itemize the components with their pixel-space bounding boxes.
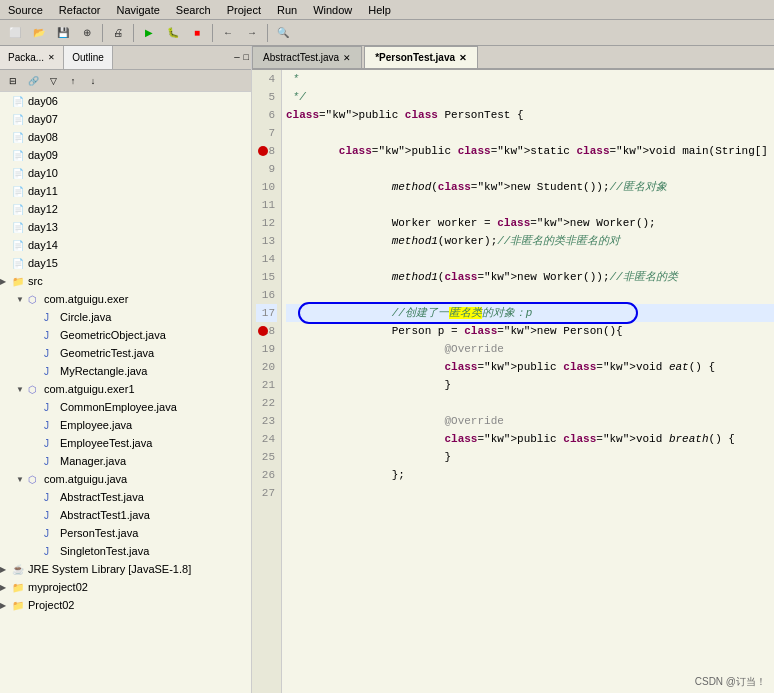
tree-item[interactable]: 📄day12 [0, 200, 251, 218]
panel-link-btn[interactable]: 🔗 [24, 72, 42, 90]
code-line[interactable]: class="kw">public class PersonTest { [286, 106, 774, 124]
tree-item[interactable]: ▶📁Project02 [0, 596, 251, 614]
code-line[interactable]: method1(worker);//非匿名的类非匿名的对 [286, 232, 774, 250]
tree-item[interactable]: ▶📁src [0, 272, 251, 290]
toolbar-forward-btn[interactable]: → [241, 22, 263, 44]
tab-abstract-test[interactable]: AbstractTest.java ✕ [252, 46, 362, 68]
tree-item[interactable]: JAbstractTest.java [0, 488, 251, 506]
toolbar-open-btn[interactable]: 📂 [28, 22, 50, 44]
code-line[interactable]: //创建了一匿名类的对象：p [286, 304, 774, 322]
tree-item[interactable]: 📄day13 [0, 218, 251, 236]
menu-item-project[interactable]: Project [223, 4, 265, 16]
panel-menu-btn[interactable]: ↑ [64, 72, 82, 90]
menu-item-window[interactable]: Window [309, 4, 356, 16]
toolbar-debug-btn[interactable]: 🐛 [162, 22, 184, 44]
menu-item-help[interactable]: Help [364, 4, 395, 16]
tree-node-label: myproject02 [28, 581, 88, 593]
tree-item[interactable]: JGeometricObject.java [0, 326, 251, 344]
tree-item[interactable]: ▼⬡com.atguigu.exer1 [0, 380, 251, 398]
tree-item[interactable]: 📄day10 [0, 164, 251, 182]
code-line[interactable]: @Override [286, 340, 774, 358]
code-line[interactable]: } [286, 448, 774, 466]
tree-item[interactable]: ▼⬡com.atguigu.java [0, 470, 251, 488]
code-line[interactable] [286, 160, 774, 178]
code-content[interactable]: * */class="kw">public class PersonTest {… [282, 70, 774, 693]
tree-item[interactable]: JSingletonTest.java [0, 542, 251, 560]
tree-node-icon: 📄 [12, 95, 28, 107]
toolbar-save-all-btn[interactable]: ⊕ [76, 22, 98, 44]
toolbar-search-btn[interactable]: 🔍 [272, 22, 294, 44]
tree-item[interactable]: JEmployee.java [0, 416, 251, 434]
code-line[interactable] [286, 124, 774, 142]
code-line[interactable]: class="kw">public class="kw">void eat() … [286, 358, 774, 376]
code-line[interactable]: @Override [286, 412, 774, 430]
toolbar-save-btn[interactable]: 💾 [52, 22, 74, 44]
tree-item[interactable]: JManager.java [0, 452, 251, 470]
code-line[interactable] [286, 484, 774, 502]
menu-item-run[interactable]: Run [273, 4, 301, 16]
tree-item[interactable]: 📄day11 [0, 182, 251, 200]
panel-collapse-all-btn[interactable]: ⊟ [4, 72, 22, 90]
line-number: 18 [256, 322, 277, 340]
tree-arrow: ▶ [0, 277, 12, 286]
tree-item[interactable]: 📄day14 [0, 236, 251, 254]
tree-item[interactable]: 📄day07 [0, 110, 251, 128]
code-line[interactable]: * [286, 70, 774, 88]
tree-item[interactable]: 📄day08 [0, 128, 251, 146]
tree-item[interactable]: JPersonTest.java [0, 524, 251, 542]
toolbar-run-btn[interactable]: ▶ [138, 22, 160, 44]
tab-person-close[interactable]: ✕ [459, 53, 467, 63]
tree-item[interactable]: 📄day15 [0, 254, 251, 272]
line-number: 11 [256, 196, 277, 214]
line-number: 27 [256, 484, 277, 502]
tree-item[interactable]: ▶☕JRE System Library [JavaSE-1.8] [0, 560, 251, 578]
tree-item[interactable]: JMyRectangle.java [0, 362, 251, 380]
menu-item-refactor[interactable]: Refactor [55, 4, 105, 16]
line-number: 5 [256, 88, 277, 106]
code-line[interactable]: */ [286, 88, 774, 106]
toolbar-stop-btn[interactable]: ■ [186, 22, 208, 44]
toolbar-sep-2 [133, 24, 134, 42]
code-line[interactable] [286, 250, 774, 268]
code-line[interactable]: method1(class="kw">new Worker());//非匿名的类 [286, 268, 774, 286]
panel-filter-btn[interactable]: ▽ [44, 72, 62, 90]
code-line[interactable]: Person p = class="kw">new Person(){ [286, 322, 774, 340]
code-line[interactable] [286, 286, 774, 304]
code-line[interactable]: Worker worker = class="kw">new Worker(); [286, 214, 774, 232]
tree-node-icon: J [44, 545, 60, 557]
code-line[interactable]: } [286, 376, 774, 394]
panel-down-btn[interactable]: ↓ [84, 72, 102, 90]
tree-item[interactable]: 📄day09 [0, 146, 251, 164]
code-line[interactable]: }; [286, 466, 774, 484]
tree-item[interactable]: JCircle.java [0, 308, 251, 326]
tree-item[interactable]: 📄day06 [0, 92, 251, 110]
toolbar-back-btn[interactable]: ← [217, 22, 239, 44]
menu-item-source[interactable]: Source [4, 4, 47, 16]
tree-node-icon: J [44, 419, 60, 431]
code-line[interactable] [286, 394, 774, 412]
panel-maximize-btn[interactable]: □ [242, 51, 251, 65]
code-line[interactable]: class="kw">public class="kw">void breath… [286, 430, 774, 448]
panel-minimize-btn[interactable]: — [232, 51, 241, 65]
tab-package-explorer[interactable]: Packa... ✕ [0, 46, 64, 69]
toolbar-sep-1 [102, 24, 103, 42]
toolbar-print-btn[interactable]: 🖨 [107, 22, 129, 44]
tree-item[interactable]: JEmployeeTest.java [0, 434, 251, 452]
tree-item[interactable]: JAbstractTest1.java [0, 506, 251, 524]
toolbar-new-btn[interactable]: ⬜ [4, 22, 26, 44]
code-line[interactable]: method(class="kw">new Student());//匿名对象 [286, 178, 774, 196]
menu-item-navigate[interactable]: Navigate [112, 4, 163, 16]
tab-person-test[interactable]: *PersonTest.java ✕ [364, 46, 478, 68]
menu-item-search[interactable]: Search [172, 4, 215, 16]
tree-node-label: day12 [28, 203, 58, 215]
tree-node-icon: J [44, 347, 60, 359]
tree-item[interactable]: ▼⬡com.atguigu.exer [0, 290, 251, 308]
tab-package-close[interactable]: ✕ [48, 53, 55, 62]
code-line[interactable]: class="kw">public class="kw">static clas… [286, 142, 774, 160]
tree-item[interactable]: JCommonEmployee.java [0, 398, 251, 416]
tree-item[interactable]: JGeometricTest.java [0, 344, 251, 362]
tab-abstract-close[interactable]: ✕ [343, 53, 351, 63]
tab-outline[interactable]: Outline [64, 46, 113, 69]
tree-item[interactable]: ▶📁myproject02 [0, 578, 251, 596]
code-line[interactable] [286, 196, 774, 214]
